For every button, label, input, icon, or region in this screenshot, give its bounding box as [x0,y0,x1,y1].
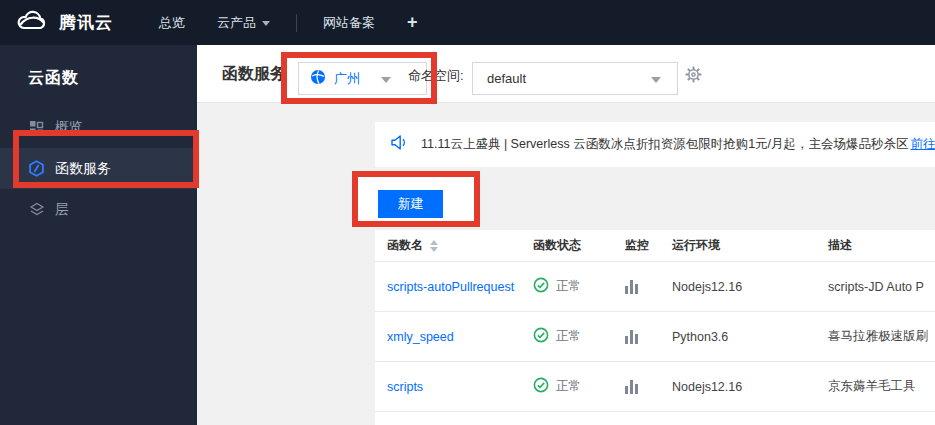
column-header-name[interactable]: 函数名 [387,237,533,254]
sidebar-item-function-service[interactable]: 函数服务 [0,148,197,189]
column-header-desc: 描述 [828,237,928,254]
function-name-link[interactable]: xmly_speed [387,330,454,344]
scf-hexagon-icon [28,160,45,177]
region-value: 广州 [334,70,360,88]
status-ok-icon [533,277,549,296]
sidebar-item-label: 概览 [55,119,83,137]
table-row: scripts 正常 Nodejs12.16 京东薅羊毛工具 [375,362,935,412]
nav-divider [296,14,297,32]
globe-icon [310,69,326,89]
page-title: 函数服务 [222,64,286,85]
namespace-label: 命名空间: [408,67,464,85]
status-badge: 正常 [556,378,581,395]
nav-overview[interactable]: 总览 [159,14,185,32]
cloud-logo-icon [14,8,50,38]
layers-icon [28,201,45,218]
sidebar-item-layers[interactable]: 层 [0,189,197,230]
speaker-icon [390,134,408,155]
table-row: xmly_speed 正常 Python3.6 喜马拉雅极速版刷 [375,312,935,362]
nav-cloud-products[interactable]: 云产品 [217,14,270,32]
chevron-down-icon [381,77,391,83]
promo-notice-banner: 11.11云上盛典 | Serverless 云函数冰点折扣资源包限时抢购1元/… [375,122,935,167]
chevron-down-icon [262,21,270,26]
brand-name: 腾讯云 [59,11,113,34]
gear-icon[interactable] [685,66,702,87]
status-badge: 正常 [556,278,581,295]
sidebar-item-label: 层 [55,201,69,219]
tencent-cloud-logo[interactable]: 腾讯云 [14,8,113,38]
top-nav-links: 总览 云产品 网站备案 + [143,12,434,33]
monitor-chart-icon[interactable] [625,380,672,394]
page-header: 函数服务 广州 命名空间: default [197,45,935,103]
nav-website-beian[interactable]: 网站备案 [323,14,375,32]
status-badge: 正常 [556,328,581,345]
function-desc: 京东薅羊毛工具 [828,378,928,395]
create-function-button[interactable]: 新建 [378,190,443,218]
grid-icon [28,119,45,136]
function-name-link[interactable]: scripts [387,380,423,394]
table-row: scripts-autoPullrequest 正常 Nodejs12.16 s… [375,262,935,312]
top-navigation-bar: 腾讯云 总览 云产品 网站备案 + [0,0,935,45]
table-header-row: 函数名 函数状态 监控 运行环境 描述 [375,230,935,262]
sidebar-item-overview[interactable]: 概览 [0,107,197,148]
sidebar-item-label: 函数服务 [55,160,111,178]
function-desc: scripts-JD Auto P [828,280,928,294]
function-list-table: 函数名 函数状态 监控 运行环境 描述 scripts-autoPullrequ… [375,230,935,425]
status-ok-icon [533,377,549,396]
sidebar-title: 云函数 [0,45,197,89]
column-header-monitor: 监控 [625,237,672,254]
namespace-select[interactable]: default [472,62,678,95]
runtime-env: Nodejs12.16 [672,280,828,294]
notice-message: 11.11云上盛典 | Serverless 云函数冰点折扣资源包限时抢购1元/… [421,136,909,153]
monitor-chart-icon[interactable] [625,330,672,344]
monitor-chart-icon[interactable] [625,280,672,294]
function-name-link[interactable]: scripts-autoPullrequest [387,280,514,294]
namespace-value: default [487,71,526,86]
runtime-env: Python3.6 [672,330,828,344]
chevron-down-icon [651,77,661,83]
add-nav-tab-button[interactable]: + [407,12,418,33]
function-desc: 喜马拉雅极速版刷 [828,328,928,345]
sidebar: 云函数 概览 函数服务 [0,45,197,425]
sort-icon[interactable] [430,240,438,252]
status-ok-icon [533,327,549,346]
column-header-status: 函数状态 [533,237,625,254]
runtime-env: Nodejs12.16 [672,380,828,394]
notice-go-link[interactable]: 前往 [911,136,935,153]
column-header-env: 运行环境 [672,237,828,254]
